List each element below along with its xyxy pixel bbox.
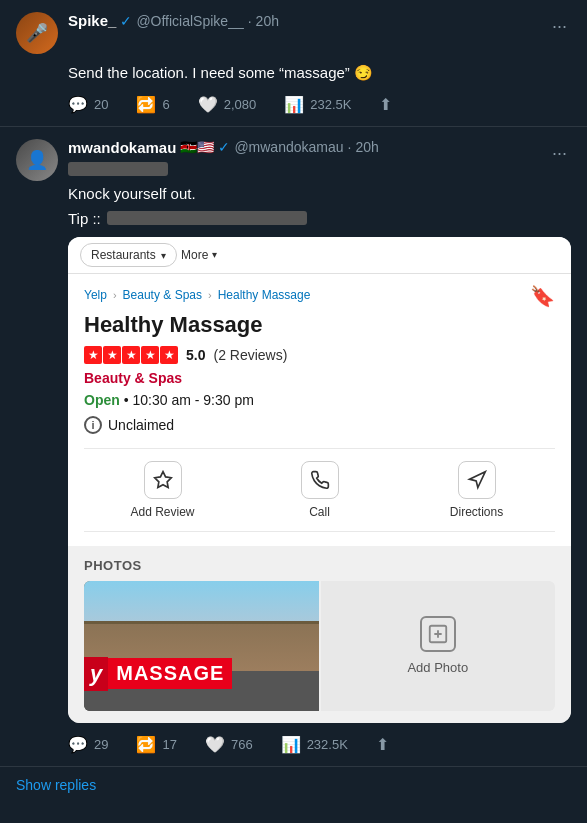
yelp-main: Yelp › Beauty & Spas › Healthy Massage 🔖…	[68, 274, 571, 546]
more-button[interactable]: ···	[548, 12, 571, 41]
flag-icons: 🇰🇪🇺🇸	[180, 139, 214, 155]
business-name: Healthy Massage	[84, 312, 555, 338]
more-tab[interactable]: More ▾	[181, 248, 217, 262]
tweet-2-header: 👤 mwandokamau 🇰🇪🇺🇸 ✓ @mwandokamau · 20h …	[16, 139, 571, 181]
star-rating	[84, 346, 178, 364]
views-icon: 📊	[284, 95, 304, 114]
bookmark-icon[interactable]: 🔖	[530, 284, 555, 308]
share-action[interactable]: ⬆	[379, 95, 392, 114]
tweet-2-body: Knock yourself out. Tip :: Restaurants ▾…	[68, 185, 571, 754]
reply-count: 20	[94, 97, 108, 112]
breadcrumb-beauty-spas[interactable]: Beauty & Spas	[123, 288, 202, 302]
user-name-row: mwandokamau 🇰🇪🇺🇸 ✓ @mwandokamau · 20h	[68, 139, 538, 156]
share-action[interactable]: ⬆	[376, 735, 389, 754]
show-replies-button[interactable]: Show replies	[0, 767, 587, 807]
reply-count: 29	[94, 737, 108, 752]
directions-label: Directions	[450, 505, 503, 519]
rating-number: 5.0	[186, 347, 205, 363]
action-buttons: Add Review Call	[84, 448, 555, 532]
more-tab-label: More	[181, 248, 208, 262]
call-icon	[301, 461, 339, 499]
tweet-1: 🎤 Spike_ ✓ @OfficialSpike__ · 20h ··· Se…	[0, 0, 587, 127]
tweet-2-actions: 💬 29 🔁 17 🤍 766 📊 232.5K ⬆	[68, 735, 571, 754]
avatar: 👤	[16, 139, 58, 181]
more-button[interactable]: ···	[548, 139, 571, 168]
tweet-text: Send the location. I need some “massage”…	[68, 62, 571, 85]
breadcrumb: Yelp › Beauty & Spas › Healthy Massage	[84, 288, 310, 302]
photos-grid: y MASSAGE Add Photo	[84, 581, 555, 711]
hours-range: 10:30 am - 9:30 pm	[132, 392, 253, 408]
user-name: mwandokamau	[68, 139, 176, 156]
tweet-timestamp: 20h	[355, 139, 378, 155]
star-2	[103, 346, 121, 364]
reply-icon: 💬	[68, 735, 88, 754]
restaurants-tab-label: Restaurants	[91, 248, 156, 262]
tip-row: Tip ::	[68, 210, 571, 227]
directions-button[interactable]: Directions	[398, 461, 555, 519]
reply-icon: 💬	[68, 95, 88, 114]
add-review-button[interactable]: Add Review	[84, 461, 241, 519]
redacted-link	[107, 211, 307, 225]
add-photo-label: Add Photo	[407, 660, 468, 675]
photos-section: PHOTOS y MASSAGE	[68, 546, 571, 723]
verified-icon: ✓	[120, 13, 132, 29]
show-replies-label: Show replies	[16, 777, 96, 793]
more-chevron: ▾	[212, 249, 217, 260]
like-count: 2,080	[224, 97, 257, 112]
share-icon: ⬆	[376, 735, 389, 754]
user-info: mwandokamau 🇰🇪🇺🇸 ✓ @mwandokamau · 20h	[68, 139, 538, 178]
unclaimed-label: Unclaimed	[108, 417, 174, 433]
user-info: Spike_ ✓ @OfficialSpike__ · 20h	[68, 12, 538, 29]
user-name-row: Spike_ ✓ @OfficialSpike__ · 20h	[68, 12, 538, 29]
like-count: 766	[231, 737, 253, 752]
restaurants-chevron: ▾	[161, 250, 166, 261]
tweet-1-header: 🎤 Spike_ ✓ @OfficialSpike__ · 20h ···	[16, 12, 571, 54]
breadcrumb-yelp[interactable]: Yelp	[84, 288, 107, 302]
unclaimed-row: i Unclaimed	[84, 416, 555, 434]
open-status: Open	[84, 392, 120, 408]
retweet-count: 6	[162, 97, 169, 112]
retweet-count: 17	[162, 737, 176, 752]
redacted-username	[68, 162, 168, 176]
retweet-icon: 🔁	[136, 95, 156, 114]
add-review-label: Add Review	[130, 505, 194, 519]
reply-action[interactable]: 💬 29	[68, 735, 108, 754]
share-icon: ⬆	[379, 95, 392, 114]
heart-icon: 🤍	[198, 95, 218, 114]
add-review-icon	[144, 461, 182, 499]
tweet-time: ·	[348, 139, 352, 155]
review-count: (2 Reviews)	[213, 347, 287, 363]
retweet-action[interactable]: 🔁 17	[136, 735, 176, 754]
tip-label: Tip ::	[68, 210, 101, 227]
user-name: Spike_	[68, 12, 116, 29]
reply-action[interactable]: 💬 20	[68, 95, 108, 114]
massage-sign: y MASSAGE	[84, 657, 319, 691]
tweet-1-actions: 💬 20 🔁 6 🤍 2,080 📊 232.5K ⬆	[68, 95, 571, 114]
views-action[interactable]: 📊 232.5K	[284, 95, 351, 114]
user-handle: @OfficialSpike__	[136, 13, 243, 29]
heart-icon: 🤍	[205, 735, 225, 754]
avatar: 🎤	[16, 12, 58, 54]
star-3	[122, 346, 140, 364]
tweet-2: 👤 mwandokamau 🇰🇪🇺🇸 ✓ @mwandokamau · 20h …	[0, 127, 587, 767]
views-action[interactable]: 📊 232.5K	[281, 735, 348, 754]
stars-row: 5.0 (2 Reviews)	[84, 346, 555, 364]
restaurants-tab[interactable]: Restaurants ▾	[80, 243, 177, 267]
like-action[interactable]: 🤍 2,080	[198, 95, 257, 114]
business-category[interactable]: Beauty & Spas	[84, 370, 555, 386]
views-count: 232.5K	[310, 97, 351, 112]
retweet-action[interactable]: 🔁 6	[136, 95, 169, 114]
breadcrumb-sep-2: ›	[208, 289, 212, 301]
add-photo-tile[interactable]: Add Photo	[321, 581, 556, 711]
tweet-line1: Knock yourself out.	[68, 185, 571, 202]
yelp-card: Restaurants ▾ More ▾ Yelp › Beauty & Spa…	[68, 237, 571, 723]
call-button[interactable]: Call	[241, 461, 398, 519]
add-photo-icon	[420, 616, 456, 652]
photo-main[interactable]: y MASSAGE	[84, 581, 319, 711]
call-label: Call	[309, 505, 330, 519]
breadcrumb-healthy-massage[interactable]: Healthy Massage	[218, 288, 311, 302]
star-1	[84, 346, 102, 364]
tweet-timestamp: 20h	[256, 13, 279, 29]
business-hours: Open • 10:30 am - 9:30 pm	[84, 392, 555, 408]
like-action[interactable]: 🤍 766	[205, 735, 253, 754]
